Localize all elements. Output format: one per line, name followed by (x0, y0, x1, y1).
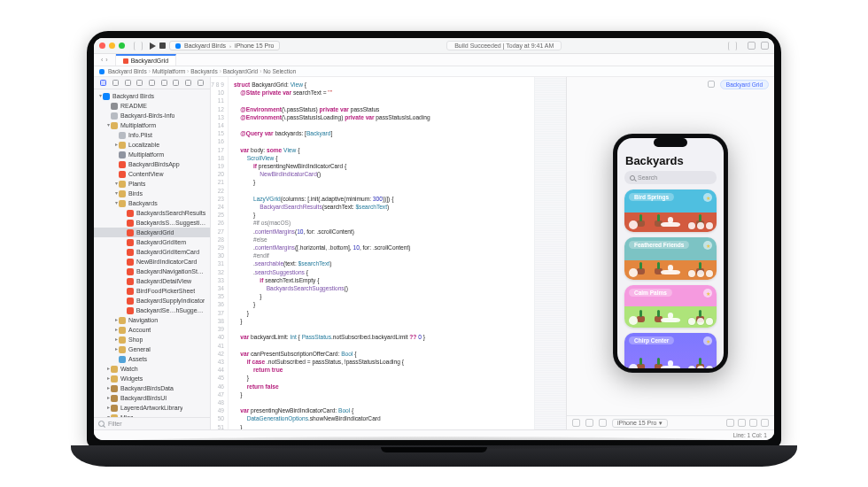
file-tree-item[interactable]: BackyardBirdsApp (94, 159, 210, 169)
pin-preview-button[interactable] (708, 81, 715, 88)
debug-nav-icon[interactable] (173, 80, 179, 86)
zoom-out-button[interactable] (726, 419, 734, 427)
proj-icon (103, 93, 110, 100)
app-search-field[interactable]: Search (624, 171, 717, 184)
file-tree-item[interactable]: ▾Birds (94, 189, 210, 198)
file-tree-item[interactable]: Info.Plist (94, 130, 210, 140)
file-tree-item[interactable]: ▸Watch (94, 364, 210, 374)
file-tree-item-label: Assets (128, 354, 147, 364)
zoom-in-button[interactable] (749, 419, 757, 427)
file-tree-item[interactable]: BackyardGridItemCard (94, 247, 210, 257)
issues-nav-icon[interactable] (149, 80, 155, 86)
file-tree-item-label: README (120, 101, 147, 111)
backyard-card[interactable]: Feathered Friends★ (624, 237, 717, 280)
file-tree-item[interactable]: ▸Navigation (94, 315, 210, 325)
file-tree-item[interactable]: BackyardGrid (94, 228, 210, 237)
file-tree-item[interactable]: NewBirdIndicatorCard (94, 257, 210, 267)
toggle-inspector-button[interactable] (761, 42, 769, 50)
file-tree-item[interactable]: ▸BackyardBirdsUI (94, 393, 210, 403)
file-tree-item[interactable]: ▾Plants (94, 179, 210, 189)
file-tree-item[interactable]: Multiplatform (94, 150, 210, 159)
file-tree-item[interactable]: BackyardsSearchResults (94, 208, 210, 218)
close-icon[interactable] (99, 43, 105, 49)
backyard-card[interactable]: Calm Palms★ (624, 285, 717, 328)
selectable-preview-button[interactable] (585, 419, 593, 427)
file-tree-item[interactable]: ▸Account (94, 325, 210, 335)
file-tree-item[interactable]: BackyardSupplyIndicator (94, 296, 210, 305)
navigator-filter[interactable]: Filter (94, 417, 210, 429)
file-tree-item[interactable]: ▸LayeredArtworkLibrary (94, 403, 210, 413)
file-tree-item[interactable]: BackyardsS…Suggestions (94, 218, 210, 228)
source-control-nav-icon[interactable] (112, 80, 119, 86)
file-tree-item[interactable]: ▸Widgets (94, 374, 210, 383)
file-tree-item-label: Shop (128, 335, 143, 344)
plus-icon[interactable] (728, 42, 737, 50)
reports-nav-icon[interactable] (198, 80, 204, 86)
file-tree-item[interactable]: Assets (94, 354, 210, 364)
zoom-actual-button[interactable] (738, 419, 746, 427)
zoom-fit-button[interactable] (761, 419, 769, 427)
supply-indicators (688, 366, 713, 368)
minimap[interactable] (534, 77, 566, 429)
code-area[interactable]: struct BackyardGrid: View { @State priva… (229, 77, 534, 429)
fold-icon (111, 375, 118, 383)
file-tree-item[interactable]: ▾Backyard Birds (94, 91, 210, 101)
file-tree-item[interactable]: BirdFoodPickerSheet (94, 286, 210, 296)
swift-icon (127, 307, 134, 314)
str-icon (119, 151, 126, 158)
project-nav-icon[interactable] (100, 80, 106, 86)
file-tree-item[interactable]: ▾Backyards (94, 198, 210, 208)
file-tree-item[interactable]: ContentView (94, 169, 210, 179)
fold-icon (119, 336, 126, 344)
app-nav-title: Backyards (617, 154, 724, 171)
tab-backyard-grid[interactable]: BackyardGrid (116, 54, 176, 66)
zoom-icon[interactable] (119, 43, 125, 49)
scheme-selector[interactable]: Backyard Birds › iPhone 15 Pro (169, 41, 280, 50)
window-traffic-lights[interactable] (99, 43, 125, 49)
file-tree-item[interactable]: Backyard-Birds-Info (94, 111, 210, 120)
jump-bar[interactable]: Backyard Birds› Multiplatform› Backyards… (94, 66, 774, 77)
breakpoints-nav-icon[interactable] (185, 80, 191, 86)
file-tree-item[interactable]: ▸Shop (94, 335, 210, 344)
file-tree-item-label: Account (128, 325, 151, 335)
run-button[interactable] (150, 43, 156, 50)
preview-name-pill[interactable]: Backyard Grid (720, 80, 769, 89)
file-tree-item-label: Backyard-Birds-Info (120, 111, 174, 120)
favorite-icon[interactable]: ★ (703, 193, 712, 202)
live-preview-button[interactable] (572, 419, 580, 427)
file-tree-item-label: BackyardBirdsApp (128, 159, 180, 169)
file-tree-item[interactable]: BackyardNavigationStack (94, 267, 210, 276)
file-tree-item[interactable]: README (94, 101, 210, 111)
favorite-icon[interactable]: ★ (703, 241, 712, 250)
canvas-device-selector[interactable]: iPhone 15 Pro▾ (612, 419, 668, 428)
swift-icon (127, 229, 134, 236)
fold-icon (119, 327, 126, 334)
plist-icon (119, 132, 126, 139)
minimize-icon[interactable] (109, 43, 115, 49)
navigator-selector[interactable] (94, 77, 210, 89)
favorite-icon[interactable]: ★ (703, 336, 712, 345)
backyard-card[interactable]: Bird Springs★ (624, 189, 717, 232)
toggle-navigator-button[interactable] (134, 42, 143, 50)
find-nav-icon[interactable] (136, 80, 143, 86)
favorite-icon[interactable]: ★ (703, 289, 712, 298)
stop-button[interactable] (159, 43, 166, 49)
backyard-card[interactable]: Chirp Center★ (624, 333, 717, 368)
file-tree[interactable]: ▾Backyard BirdsREADMEBackyard-Birds-Info… (94, 89, 210, 417)
file-tree-item[interactable]: ▸Localizable (94, 140, 210, 150)
app-preview[interactable]: Backyards Search Bird Springs★Feathered … (617, 138, 724, 368)
file-tree-item[interactable]: ▾Multiplatform (94, 120, 210, 130)
file-tree-item[interactable]: BackyardGridItem (94, 237, 210, 247)
bookmarks-nav-icon[interactable] (125, 80, 131, 86)
file-tree-item[interactable]: BackyardSe…hSuggestion (94, 305, 210, 315)
file-tree-item[interactable]: BackyardDetailView (94, 276, 210, 286)
plist-icon (111, 112, 118, 120)
source-editor[interactable]: 7 8 9 10 11 12 13 14 15 16 17 18 19 20 2… (211, 77, 566, 429)
file-tree-item[interactable]: ▸BackyardBirdsData (94, 383, 210, 393)
library-button[interactable] (748, 42, 756, 50)
tests-nav-icon[interactable] (161, 80, 167, 86)
tab-back[interactable]: ‹› (94, 54, 116, 66)
dynamic-island (654, 138, 687, 147)
file-tree-item[interactable]: ▸General (94, 344, 210, 354)
variants-button[interactable] (599, 419, 607, 427)
